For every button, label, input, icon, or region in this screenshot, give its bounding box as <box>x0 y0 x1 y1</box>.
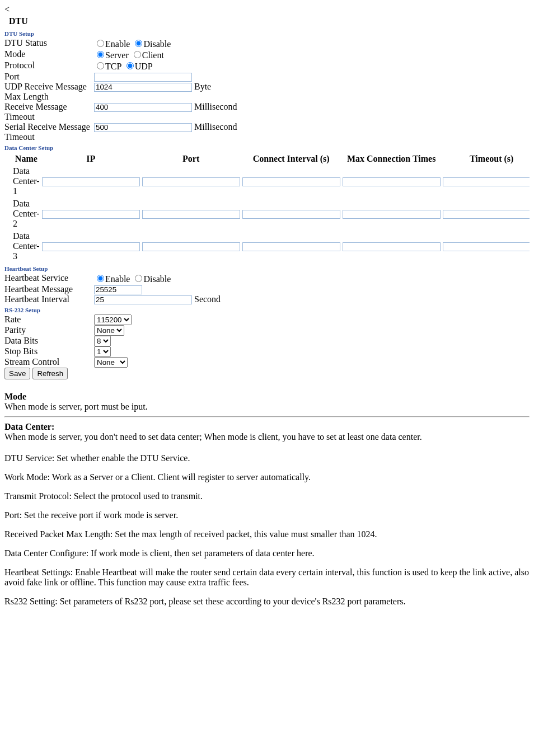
label-recv-timeout: Receive Message Timeout <box>4 102 94 122</box>
radio-hb-enable[interactable]: Enable <box>94 274 130 284</box>
section-heartbeat: Heartbeat Setup <box>4 265 530 272</box>
document-text: DTU Service: Set whether enable the DTU … <box>4 453 530 607</box>
radio-client[interactable]: Client <box>131 50 164 60</box>
label-hb-service: Heartbeat Service <box>4 273 94 284</box>
radio-tcp[interactable]: TCP <box>94 62 121 71</box>
input-dc-timeout[interactable] <box>443 210 530 219</box>
doc-p4: Port: Set the receive port if work mode … <box>4 510 530 520</box>
data-center-table: Name IP Port Connect Interval (s) Max Co… <box>11 152 530 263</box>
th-timeout: Timeout (s) <box>442 153 530 165</box>
input-dc-timeout[interactable] <box>443 242 530 251</box>
doc-p3: Transmit Protocol: Select the protocol u… <box>4 491 530 501</box>
radio-disable-status[interactable]: Disable <box>132 39 171 49</box>
input-dc-maxconn[interactable] <box>343 242 441 251</box>
section-rs232: RS-232 Setup <box>4 307 530 313</box>
radio-hb-disable-label: Disable <box>143 274 171 284</box>
help-mode-title: Mode <box>4 392 530 402</box>
radio-udp-label: UDP <box>135 62 153 71</box>
input-dc-timeout[interactable] <box>443 177 530 186</box>
row-recv-timeout: Receive Message Timeout Millisecond <box>4 102 530 122</box>
save-button[interactable]: Save <box>4 368 30 379</box>
input-hb-interval[interactable] <box>94 295 192 304</box>
label-serial-timeout: Serial Receive Message Timeout <box>4 122 94 142</box>
row-hb-interval: Heartbeat Interval Second <box>4 294 530 304</box>
radio-hb-disable[interactable]: Disable <box>132 274 171 284</box>
row-parity: Parity None <box>4 325 530 336</box>
input-dc-port[interactable] <box>142 210 240 219</box>
unit-hb-interval: Second <box>194 294 221 304</box>
help-panel: Help Mode When mode is server, port must… <box>4 379 530 444</box>
input-dc-interval[interactable] <box>242 210 340 219</box>
input-recv-timeout[interactable] <box>94 103 192 112</box>
input-dc-maxconn[interactable] <box>343 210 441 219</box>
row-protocol: Protocol TCP UDP <box>4 60 530 72</box>
row-hb-service: Heartbeat Service Enable Disable <box>4 273 530 284</box>
th-name: Name <box>12 153 40 165</box>
input-dc-ip[interactable] <box>42 177 140 186</box>
input-udp-max[interactable] <box>94 83 192 92</box>
label-udp-max: UDP Receive Message Max Length <box>4 82 94 102</box>
label-hb-message: Heartbeat Message <box>4 284 94 294</box>
help-dc-title: Data Center: <box>4 422 530 432</box>
row-databits: Data Bits 8 <box>4 336 530 346</box>
radio-server-label: Server <box>105 50 129 60</box>
input-dc-ip[interactable] <box>42 242 140 251</box>
row-mode: Mode Server Client <box>4 49 530 60</box>
label-hb-interval: Heartbeat Interval <box>4 294 94 304</box>
label-port: Port <box>4 72 94 82</box>
th-max-conn: Max Connection Times <box>342 153 441 165</box>
main-panel: DTU DTU Setup DTU Status Enable Disable … <box>4 15 530 379</box>
select-databits[interactable]: 8 <box>94 336 111 346</box>
table-row: Data Center-1 <box>12 166 530 197</box>
row-serial-timeout: Serial Receive Message Timeout Milliseco… <box>4 122 530 142</box>
doc-p2: Work Mode: Work as a Server or a Client.… <box>4 472 530 482</box>
select-parity[interactable]: None <box>94 325 124 336</box>
label-dtu-status: DTU Status <box>4 38 94 49</box>
doc-p7: Heartbeat Settings: Enable Heartbeat wil… <box>4 567 530 588</box>
input-dc-port[interactable] <box>142 242 240 251</box>
unit-serial-timeout: Millisecond <box>194 122 237 132</box>
label-stopbits: Stop Bits <box>4 346 94 357</box>
app-window: DTU DTU Setup DTU Status Enable Disable … <box>4 15 530 444</box>
th-connect-interval: Connect Interval (s) <box>242 153 341 165</box>
th-ip: IP <box>41 153 140 165</box>
th-port: Port <box>142 153 241 165</box>
doc-p1: DTU Service: Set whether enable the DTU … <box>4 453 530 463</box>
radio-udp[interactable]: UDP <box>124 62 153 71</box>
label-mode: Mode <box>4 49 94 60</box>
input-port[interactable] <box>94 73 192 82</box>
radio-enable-label: Enable <box>105 39 130 49</box>
input-serial-timeout[interactable] <box>94 123 192 132</box>
doc-p5: Received Packet Max Length: Set the max … <box>4 529 530 539</box>
row-port: Port <box>4 72 530 82</box>
document-page: DTU DTU Setup DTU Status Enable Disable … <box>4 15 530 607</box>
input-dc-port[interactable] <box>142 177 240 186</box>
help-panel-title: Help <box>4 379 530 389</box>
radio-server[interactable]: Server <box>94 50 129 60</box>
input-dc-ip[interactable] <box>42 210 140 219</box>
select-stream[interactable]: None <box>94 357 128 368</box>
input-dc-interval[interactable] <box>242 242 340 251</box>
radio-client-label: Client <box>142 50 164 60</box>
row-stopbits: Stop Bits 1 <box>4 346 530 357</box>
table-row: Data Center-2 <box>12 198 530 229</box>
select-stopbits[interactable]: 1 <box>94 346 111 357</box>
select-rate[interactable]: 115200 <box>94 314 132 325</box>
refresh-button[interactable]: Refresh <box>32 368 68 379</box>
input-dc-maxconn[interactable] <box>343 177 441 186</box>
doc-p8: Rs232 Setting: Set parameters of Rs232 p… <box>4 597 530 607</box>
label-parity: Parity <box>4 325 94 336</box>
row-udp-max: UDP Receive Message Max Length Byte <box>4 82 530 102</box>
label-protocol: Protocol <box>4 60 94 72</box>
radio-enable-status[interactable]: Enable <box>94 39 130 49</box>
input-dc-interval[interactable] <box>242 177 340 186</box>
button-row: Save Refresh <box>4 368 530 379</box>
row-stream: Stream Control None <box>4 357 530 368</box>
main-panel-title: DTU <box>4 15 530 28</box>
radio-hb-enable-label: Enable <box>105 274 130 284</box>
cell-name: Data Center-1 <box>12 166 40 197</box>
input-hb-message[interactable] <box>94 285 142 294</box>
label-databits: Data Bits <box>4 336 94 346</box>
help-dc-text: When mode is server, you don't need to s… <box>4 432 530 442</box>
doc-p6: Data Center Configure: If work mode is c… <box>4 548 530 558</box>
